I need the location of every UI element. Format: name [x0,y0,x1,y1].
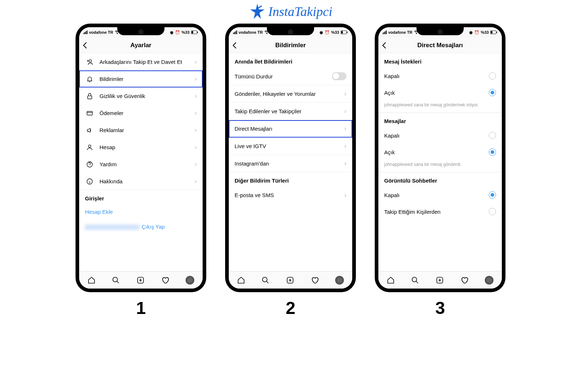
page-title: Direct Mesajları [417,42,463,49]
nav-search[interactable] [112,276,120,284]
avatar-icon [186,276,194,285]
radio-unchecked[interactable] [489,208,496,215]
logins-header: Girişler [79,190,203,204]
user-plus-icon [85,58,94,66]
row-label: Instagram'dan [235,160,344,167]
settings-item-privacy[interactable]: Gizlilik ve Güvenlik › [79,87,203,105]
settings-item-help[interactable]: Yardım › [79,156,203,173]
settings-item-account[interactable]: Hesap › [79,139,203,156]
back-button[interactable] [83,42,87,49]
nav-home[interactable] [88,276,96,284]
nav-activity[interactable] [460,276,468,284]
step-number: 2 [225,298,356,318]
bell-icon [85,75,94,83]
alarm-icon: ⏰ [325,30,330,35]
row-label: Arkadaşlarını Takip Et ve Davet Et [99,59,195,65]
nav-profile[interactable] [485,276,493,285]
radio-option-off[interactable]: Kapalı [378,68,502,84]
radio-unchecked[interactable] [489,72,496,79]
page-title: Bildirimler [275,42,306,49]
notif-item-posts[interactable]: Gönderiler, Hikayeler ve Yorumlar › [229,85,352,103]
section-message-requests: Mesaj İstekleri [378,53,502,68]
battery-icon [341,30,348,34]
svg-rect-14 [347,32,348,33]
phone-notch [267,27,314,35]
nav-home[interactable] [237,276,245,284]
svg-point-4 [89,60,92,62]
row-label: Takip Edilenler ve Takipçiler [235,108,344,114]
svg-rect-18 [491,31,492,33]
pause-all-row[interactable]: Tümünü Durdur [229,68,352,85]
radio-option-off[interactable]: Kapalı [378,187,502,203]
settings-item-notifications[interactable]: Bildirimler › [79,70,203,87]
radio-option-off[interactable]: Kapalı [378,127,502,144]
notif-item-instagram[interactable]: Instagram'dan › [229,155,352,172]
nav-activity[interactable] [311,276,319,284]
alarm-icon: ⏰ [474,30,479,35]
signal-icon [383,30,387,34]
chevron-right-icon: › [344,142,346,150]
toggle-off[interactable] [332,72,346,80]
notif-item-live[interactable]: Live ve IGTV › [229,138,352,155]
header: Ayarlar [79,37,203,53]
settings-item-about[interactable]: Hakkında › [79,173,203,190]
radio-checked[interactable] [489,148,496,156]
phone-notch [117,27,164,35]
nav-home[interactable] [387,276,395,284]
radio-checked[interactable] [489,191,496,199]
phone-1: vodafone TR ◉ ⏰ %33 [76,24,206,318]
nav-add[interactable] [286,276,294,284]
nav-activity[interactable] [161,276,169,284]
signal-icon [233,30,237,34]
settings-item-ads[interactable]: Reklamlar › [79,122,203,139]
battery-label: %33 [331,30,339,34]
logout-label: Çıkış Yap [142,224,165,230]
nav-add[interactable] [137,276,145,284]
bottom-nav [378,271,502,289]
chevron-right-icon: › [344,160,346,167]
chevron-right-icon: › [344,90,346,98]
location-icon: ◉ [469,30,473,35]
svg-point-7 [89,145,91,147]
row-label: Açık [384,149,489,155]
settings-item-payments[interactable]: Ödemeler › [79,105,203,122]
radio-option-on[interactable]: Açık [378,84,502,101]
notif-item-direct[interactable]: Direct Mesajları › [229,120,352,138]
chevron-right-icon: › [195,92,197,100]
back-button[interactable] [382,42,386,49]
radio-option-on[interactable]: Açık [378,144,502,160]
svg-point-10 [113,277,118,282]
step-number: 3 [375,298,505,318]
location-icon: ◉ [170,30,174,35]
row-label: Açık [384,90,489,96]
carrier-label: vodafone TR [89,30,113,34]
row-label: Kapalı [384,132,489,139]
nav-profile[interactable] [186,276,194,285]
carrier-label: vodafone TR [388,30,413,34]
brand-name: InstaTakipci [268,4,333,19]
svg-rect-2 [191,31,193,33]
notif-item-follows[interactable]: Takip Edilenler ve Takipçiler › [229,103,352,120]
info-icon [85,178,94,185]
add-account-link[interactable]: Hesap Ekle [79,204,203,219]
nav-add[interactable] [436,276,444,284]
bottom-nav [229,271,352,289]
nav-search[interactable] [411,276,419,284]
nav-search[interactable] [261,276,269,284]
radio-checked[interactable] [489,89,496,96]
logout-link[interactable]: Çıkış Yap [79,219,203,234]
radio-unchecked[interactable] [489,132,496,139]
other-header: Diğer Bildirim Türleri [229,172,352,187]
credit-card-icon [85,110,94,117]
avatar-icon [335,276,344,285]
row-label: Gizlilik ve Güvenlik [99,93,195,99]
notif-item-email-sms[interactable]: E-posta ve SMS › [229,187,352,204]
settings-item-invite[interactable]: Arkadaşlarını Takip Et ve Davet Et › [79,53,203,70]
nav-profile[interactable] [335,276,344,285]
row-label: E-posta ve SMS [235,192,344,198]
chevron-right-icon: › [195,58,197,66]
svg-rect-5 [88,96,92,99]
helper-text: johnappleseed sana bir mesaj göndermek i… [378,101,502,113]
back-button[interactable] [232,42,237,49]
radio-option-follow[interactable]: Takip Ettiğim Kişilerden [378,203,502,220]
